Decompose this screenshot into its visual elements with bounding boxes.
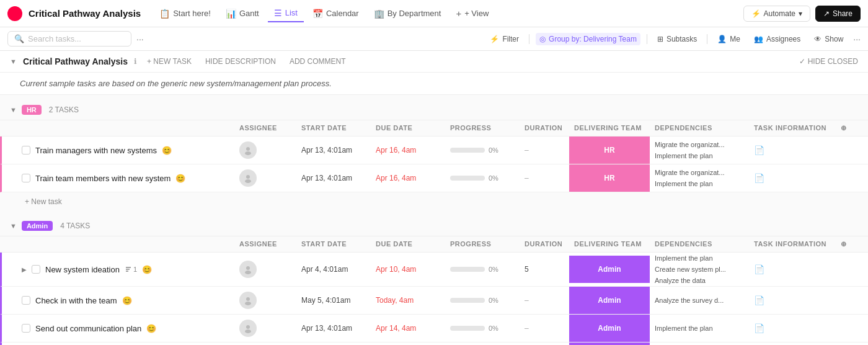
duration-cell: – (520, 174, 569, 182)
dependencies-cell: Implement the plan (650, 323, 749, 334)
group-hr-count: 2 TASKS (49, 105, 79, 114)
task-name[interactable]: Train managers with new systems (35, 146, 157, 155)
task-checkbox[interactable] (32, 265, 40, 274)
start-here-icon: 📋 (159, 9, 170, 19)
group-hr-collapse[interactable]: ▼ (10, 106, 17, 114)
tab-by-department[interactable]: 🏢 By Department (368, 6, 448, 22)
start-date-cell: Apr 13, 4:01am (296, 146, 371, 155)
table-row: Send out communication plan 😊 Apr 13, 4:… (0, 315, 868, 343)
svg-point-6 (246, 297, 250, 301)
share-button[interactable]: ↗ Share (815, 6, 861, 22)
group-by-button[interactable]: ◎ Group by: Delivering Team (536, 33, 640, 45)
show-button[interactable]: 👁 Show (810, 33, 847, 45)
hide-description-button[interactable]: HIDE DESCRIPTION (202, 56, 280, 67)
duration-cell: 5 (520, 265, 569, 274)
search-box[interactable]: 🔍 Search tasks... (7, 31, 131, 47)
hide-closed-button[interactable]: ✓ HIDE CLOSED (799, 57, 858, 66)
start-date-cell: May 5, 4:01am (296, 296, 371, 305)
task-checkbox[interactable] (22, 324, 30, 333)
document-icon: 📄 (754, 145, 764, 155)
me-button[interactable]: 👤 Me (714, 33, 744, 45)
section-collapse-button[interactable]: ▼ (10, 58, 17, 65)
delivering-team-cell: HR (569, 164, 650, 192)
start-date-cell: Apr 13, 4:01am (296, 324, 371, 333)
add-task-button[interactable]: + New task (0, 192, 868, 211)
avatar (239, 292, 257, 309)
search-more-button[interactable]: ··· (136, 34, 144, 44)
task-info-cell: 📄 (749, 264, 836, 274)
task-checkbox[interactable] (22, 296, 30, 305)
dependencies-cell: Analyze the survey d... (650, 295, 749, 306)
svg-point-9 (245, 329, 251, 333)
section-header: ▼ Critical Pathway Analysis ℹ + NEW TASK… (0, 51, 868, 73)
due-date-cell: Apr 14, 4am (371, 324, 445, 333)
delivering-team-cell: HR (569, 137, 650, 164)
task-name[interactable]: Send out communication plan (35, 324, 141, 333)
person-icon: 👤 (717, 35, 727, 43)
task-checkbox[interactable] (22, 174, 30, 182)
subtasks-button[interactable]: ⊞ Subtasks (653, 33, 701, 45)
table-row: ▶ New system ideation 1 😊 Apr 4, 4:01am … (0, 253, 868, 287)
hr-table-header: ASSIGNEE START DATE DUE DATE PROGRESS DU… (0, 120, 868, 137)
top-nav: Critical Pathway Analysis 📋 Start here! … (0, 0, 868, 27)
svg-point-0 (246, 147, 250, 151)
assignees-icon: 👥 (754, 35, 763, 43)
task-name[interactable]: Check in with the team (35, 296, 117, 305)
add-view-button[interactable]: + + View (450, 5, 495, 22)
group-admin-header: ▼ Admin 4 TASKS (0, 216, 868, 236)
group-admin-count: 4 TASKS (60, 222, 90, 230)
task-info-cell: 📄 (749, 295, 836, 305)
avatar (239, 169, 257, 187)
start-date-cell: Apr 4, 4:01am (296, 265, 371, 274)
start-date-cell: Apr 13, 4:01am (296, 174, 371, 182)
section-info-icon[interactable]: ℹ (134, 57, 137, 66)
content-area: ▼ Critical Pathway Analysis ℹ + NEW TASK… (0, 51, 868, 345)
progress-cell: 0% (445, 146, 520, 154)
tab-list[interactable]: ☰ List (268, 5, 304, 22)
dependencies-cell: Migrate the organizat... Implement the p… (650, 139, 749, 161)
document-icon: 📄 (754, 295, 764, 305)
due-date-cell: Apr 16, 4am (371, 174, 445, 182)
expand-icon[interactable]: ▶ (22, 266, 27, 273)
description-bar: Current sample tasks are based on the ge… (0, 73, 868, 95)
tab-start-here[interactable]: 📋 Start here! (153, 6, 217, 22)
add-comment-button[interactable]: ADD COMMENT (286, 56, 350, 67)
tab-gantt[interactable]: 📊 Gantt (219, 6, 265, 22)
avatar (239, 320, 257, 337)
delivering-team-cell: Admin (569, 343, 650, 345)
assignees-button[interactable]: 👥 Assignees (750, 33, 804, 45)
task-info-cell: 📄 (749, 323, 836, 333)
svg-point-8 (246, 325, 250, 329)
new-task-button[interactable]: + NEW TASK (143, 56, 195, 67)
progress-cell: 0% (445, 325, 520, 332)
subtask-count: 1 (125, 266, 137, 273)
check-icon: ✓ (799, 57, 805, 66)
table-row: Train managers with new systems 😊 Apr 13… (0, 137, 868, 164)
group-admin-collapse[interactable]: ▼ (10, 222, 17, 230)
tab-calendar[interactable]: 📅 Calendar (306, 6, 365, 22)
automate-button[interactable]: ⚡ Automate ▾ (743, 6, 810, 22)
duration-cell: – (520, 146, 569, 155)
table-row: Review the plan 😊 Apr 23, 4:01am Apr 26,… (0, 343, 868, 345)
chevron-down-icon: ▾ (799, 9, 802, 18)
task-emoji: 😊 (122, 296, 132, 305)
due-date-cell: Apr 16, 4am (371, 146, 445, 155)
group-hr: ▼ HR 2 TASKS ASSIGNEE START DATE DUE DAT… (0, 100, 868, 211)
group-admin-badge: Admin (22, 221, 53, 231)
filter-button[interactable]: ⚡ Filter (486, 33, 523, 45)
task-checkbox[interactable] (22, 146, 30, 155)
subtasks-icon: ⊞ (657, 35, 663, 43)
task-name[interactable]: Train team members with new system (35, 174, 170, 183)
progress-cell: 0% (445, 266, 520, 273)
show-icon: 👁 (814, 35, 822, 43)
assignee-cell (234, 320, 296, 337)
section-title: Critical Pathway Analysis (23, 56, 128, 66)
svg-point-7 (245, 302, 251, 305)
group-hr-badge: HR (22, 105, 42, 115)
group-icon: ◎ (539, 35, 546, 43)
toolbar-more-button[interactable]: ··· (853, 34, 861, 44)
dependencies-cell: Migrate the organizat... Implement the p… (650, 167, 749, 189)
document-icon: 📄 (754, 264, 764, 274)
svg-point-5 (245, 271, 251, 274)
task-name[interactable]: New system ideation (45, 265, 120, 274)
